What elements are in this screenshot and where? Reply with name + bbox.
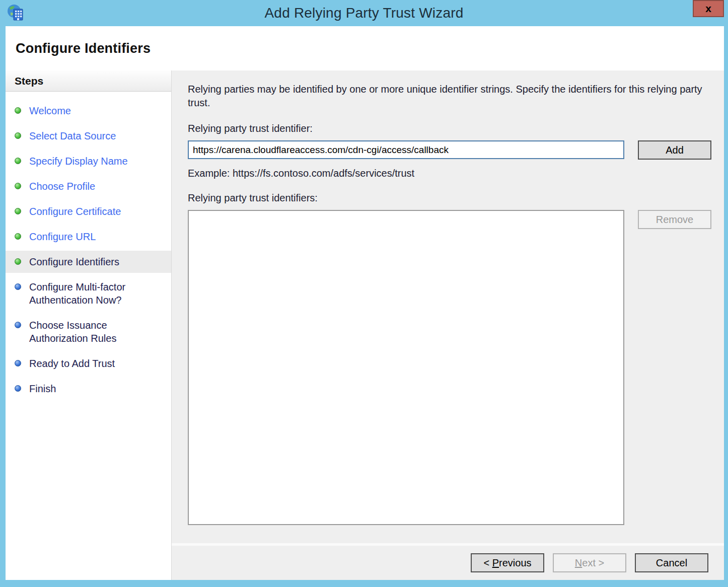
add-button[interactable]: Add xyxy=(638,140,711,160)
sidebar-step-configure-certificate[interactable]: Configure Certificate xyxy=(6,200,171,223)
step-label: Welcome xyxy=(29,104,71,117)
sidebar-step-finish[interactable]: Finish xyxy=(6,378,171,400)
step-status-icon xyxy=(15,158,21,164)
step-status-icon xyxy=(15,283,21,290)
step-label: Finish xyxy=(29,382,56,395)
step-label: Select Data Source xyxy=(29,129,116,142)
step-status-icon xyxy=(15,322,21,328)
page-title: Configure Identifiers xyxy=(16,41,151,56)
step-status-icon xyxy=(15,385,21,392)
sidebar-step-configure-identifiers[interactable]: Configure Identifiers xyxy=(6,251,171,273)
sidebar-step-welcome[interactable]: Welcome xyxy=(6,100,171,122)
step-status-icon xyxy=(15,183,21,189)
step-label: Choose Issuance Authorization Rules xyxy=(29,319,166,345)
wizard-window: Add Relying Party Trust Wizard x Configu… xyxy=(0,0,728,587)
remove-button[interactable]: Remove xyxy=(638,210,711,229)
step-label: Configure Identifiers xyxy=(29,255,119,268)
step-label: Configure Multi-factor Authentication No… xyxy=(29,280,166,307)
steps-heading: Steps xyxy=(6,70,171,92)
example-text: Example: https://fs.contoso.com/adfs/ser… xyxy=(188,168,711,179)
step-status-icon xyxy=(15,132,21,139)
footer-button-bar: < Previous Next > Cancel xyxy=(172,546,724,580)
step-label: Choose Profile xyxy=(29,180,95,193)
step-label: Configure Certificate xyxy=(29,205,121,218)
step-status-icon xyxy=(15,107,21,114)
window-title: Add Relying Party Trust Wizard xyxy=(0,5,728,21)
step-status-icon xyxy=(15,258,21,265)
next-button[interactable]: Next > xyxy=(553,553,626,572)
title-bar: Add Relying Party Trust Wizard x xyxy=(0,0,728,26)
identifier-input[interactable] xyxy=(188,140,624,159)
close-button[interactable]: x xyxy=(693,0,724,17)
sidebar-step-configure-multi-factor-authentication-now[interactable]: Configure Multi-factor Authentication No… xyxy=(6,276,171,311)
intro-text: Relying parties may be identified by one… xyxy=(188,83,706,110)
step-status-icon xyxy=(15,233,21,240)
sidebar-step-configure-url[interactable]: Configure URL xyxy=(6,226,171,248)
previous-button[interactable]: < Previous xyxy=(471,553,544,572)
steps-list: WelcomeSelect Data SourceSpecify Display… xyxy=(6,92,171,403)
step-label: Ready to Add Trust xyxy=(29,357,115,370)
sidebar-step-ready-to-add-trust[interactable]: Ready to Add Trust xyxy=(6,352,171,375)
sidebar-step-specify-display-name[interactable]: Specify Display Name xyxy=(6,150,171,172)
step-status-icon xyxy=(15,360,21,366)
window-body: Configure Identifiers Steps WelcomeSelec… xyxy=(6,26,724,580)
adfs-app-icon xyxy=(6,4,25,23)
identifiers-listbox[interactable] xyxy=(188,210,624,525)
step-status-icon xyxy=(15,208,21,214)
sidebar-step-choose-profile[interactable]: Choose Profile xyxy=(6,175,171,197)
content-area: Relying parties may be identified by one… xyxy=(172,70,724,543)
cancel-button[interactable]: Cancel xyxy=(635,553,708,572)
sidebar-step-choose-issuance-authorization-rules[interactable]: Choose Issuance Authorization Rules xyxy=(6,314,171,349)
step-label: Specify Display Name xyxy=(29,155,128,168)
steps-sidebar: Steps WelcomeSelect Data SourceSpecify D… xyxy=(6,70,172,580)
step-label: Configure URL xyxy=(29,230,96,243)
page-header: Configure Identifiers xyxy=(6,26,724,70)
identifier-label: Relying party trust identifier: xyxy=(188,123,711,134)
sidebar-step-select-data-source[interactable]: Select Data Source xyxy=(6,125,171,147)
main-column: Relying parties may be identified by one… xyxy=(172,70,724,580)
identifiers-list-label: Relying party trust identifiers: xyxy=(188,192,711,204)
